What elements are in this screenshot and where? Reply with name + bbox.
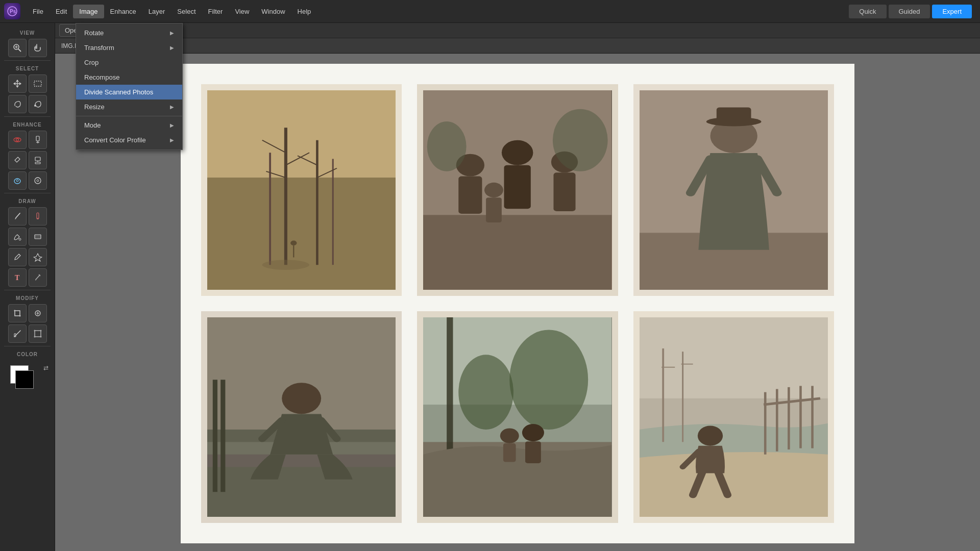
recompose-tool[interactable]	[29, 304, 47, 322]
svg-rect-53	[459, 177, 482, 214]
photo-trees	[207, 90, 396, 290]
svg-point-47	[262, 260, 309, 270]
enhance-tools-row1	[0, 130, 55, 150]
slice-tool[interactable]	[8, 324, 27, 343]
menu-recompose[interactable]: Recompose	[76, 70, 182, 85]
svg-point-96	[698, 426, 723, 446]
clone-stamp-tool[interactable]	[8, 151, 27, 169]
svg-point-82	[510, 330, 589, 430]
menu-window[interactable]: Window	[255, 5, 291, 18]
menu-resize[interactable]: Resize ▶	[76, 99, 182, 114]
warp-tool[interactable]	[29, 324, 47, 343]
menu-rotate[interactable]: Rotate ▶	[76, 26, 182, 40]
svg-point-34	[34, 336, 35, 338]
menu-select[interactable]: Select	[171, 5, 202, 18]
photo-beach	[640, 317, 828, 517]
svg-point-32	[34, 330, 35, 332]
menu-convert-color[interactable]: Convert Color Profile ▶	[76, 133, 182, 147]
menu-crop[interactable]: Crop	[76, 55, 182, 70]
smart-brush-tool[interactable]	[29, 248, 47, 266]
menu-mode[interactable]: Mode ▶	[76, 118, 182, 133]
menubar: Ps File Edit Image Enhance Layer Select …	[0, 0, 980, 23]
menu-enhance[interactable]: Enhance	[104, 5, 142, 18]
menu-file[interactable]: File	[27, 5, 50, 18]
tab-quick[interactable]: Quick	[849, 5, 886, 18]
enhance-section-label: ENHANCE	[0, 119, 55, 130]
zoom-tool[interactable]	[8, 39, 27, 57]
svg-point-18	[35, 178, 41, 184]
svg-line-20	[16, 213, 20, 218]
tab-expert[interactable]: Expert	[932, 5, 972, 18]
eye-tool[interactable]	[8, 131, 27, 149]
menu-filter[interactable]: Filter	[202, 5, 229, 18]
right-tabs: Quick Guided Expert	[849, 0, 980, 23]
healing-brush-tool[interactable]	[29, 131, 47, 149]
pencil-tool-2[interactable]	[29, 268, 47, 287]
photo-boy	[207, 317, 396, 517]
svg-rect-51	[423, 215, 611, 290]
photo-frame-4	[201, 311, 402, 523]
svg-rect-10	[36, 136, 39, 141]
brush-tool[interactable]	[8, 207, 27, 226]
text-tool[interactable]: T	[8, 268, 27, 287]
move-tool[interactable]	[8, 74, 27, 93]
svg-rect-57	[554, 172, 576, 211]
divider-3	[4, 193, 51, 193]
detail-smart-brush[interactable]	[29, 171, 47, 190]
svg-rect-85	[503, 443, 516, 462]
foreground-color-swatch[interactable]	[15, 370, 34, 389]
divider-2	[4, 116, 51, 117]
rotate-arrow: ▶	[170, 30, 174, 36]
svg-point-58	[484, 183, 503, 197]
paint-bucket-tool[interactable]	[8, 228, 27, 246]
color-section-label: COLOR	[0, 348, 55, 359]
menu-separator	[76, 116, 182, 116]
svg-rect-31	[35, 331, 41, 337]
photo-frame-5	[417, 311, 618, 523]
svg-point-19	[37, 180, 39, 182]
menu-divide-scanned[interactable]: Divide Scanned Photos	[76, 85, 182, 99]
select-section-label: SELECT	[0, 63, 55, 73]
svg-line-27	[36, 275, 40, 280]
draw-tools-row4: T	[0, 267, 55, 288]
menu-transform[interactable]: Transform ▶	[76, 40, 182, 55]
eyedropper-tool[interactable]	[8, 248, 27, 266]
enhance-tools-row2	[0, 150, 55, 170]
secondary-toolbar: Open ▾	[55, 23, 980, 38]
lasso-tool[interactable]	[8, 95, 27, 113]
svg-point-17	[16, 180, 18, 182]
enhance-tools-row3	[0, 170, 55, 191]
marquee-tool[interactable]	[29, 74, 47, 93]
svg-point-9	[16, 139, 18, 141]
menu-view[interactable]: View	[229, 5, 255, 18]
svg-point-86	[522, 424, 544, 441]
select-tools-row1	[0, 73, 55, 94]
eraser-tool[interactable]	[8, 171, 27, 190]
menu-help[interactable]: Help	[291, 5, 317, 18]
magnetic-lasso-tool[interactable]	[29, 95, 47, 113]
tab-guided[interactable]: Guided	[889, 5, 930, 18]
svg-rect-6	[34, 81, 41, 86]
crop-tool[interactable]	[8, 304, 27, 322]
pencil-eraser-tool[interactable]	[29, 207, 47, 226]
shape-tool[interactable]	[29, 228, 47, 246]
modify-section-label: MODIFY	[0, 292, 55, 303]
svg-point-48	[290, 240, 297, 245]
canvas-area: IMG.D	[55, 38, 980, 551]
divider-4	[4, 290, 51, 290]
menu-edit[interactable]: Edit	[50, 5, 73, 18]
hand-tool[interactable]	[29, 39, 47, 57]
photo-portrait	[640, 90, 828, 290]
image-dropdown-menu: Rotate ▶ Transform ▶ Crop Recompose Divi…	[76, 23, 183, 150]
menu-image[interactable]: Image	[73, 5, 104, 18]
svg-rect-87	[525, 441, 541, 463]
stamp-tool[interactable]	[29, 151, 47, 169]
swap-colors-icon[interactable]: ⇄	[43, 364, 48, 371]
draw-tools-row1	[0, 206, 55, 227]
menu-layer[interactable]: Layer	[142, 5, 172, 18]
svg-rect-24	[35, 235, 41, 239]
svg-point-84	[500, 428, 519, 443]
svg-text:Ps: Ps	[10, 9, 16, 14]
app-logo: Ps	[4, 3, 20, 19]
svg-rect-55	[504, 165, 531, 209]
